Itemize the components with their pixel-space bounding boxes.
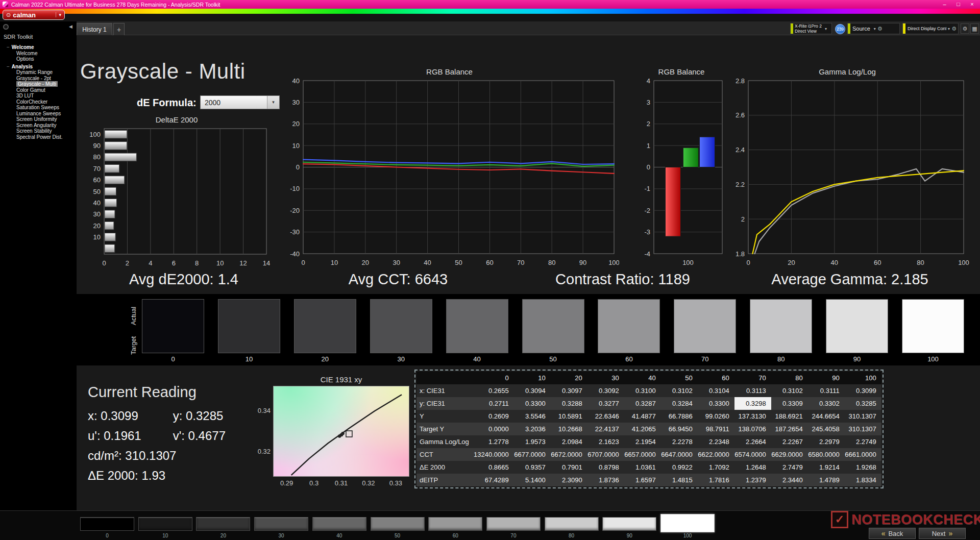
cell-x-cie31-90[interactable]: 0.3111 — [808, 384, 845, 397]
cell-cct-40[interactable]: 6657.0000 — [624, 448, 661, 461]
cell-gamma-log-log-60[interactable]: 2.2348 — [698, 435, 734, 448]
cell-y-80[interactable]: 188.6921 — [771, 410, 808, 423]
cell-deitp-80[interactable]: 2.3440 — [771, 474, 808, 486]
settings-gear-button[interactable]: ⚙ — [961, 23, 969, 34]
cell-target-y-80[interactable]: 187.2654 — [771, 423, 808, 435]
cell-e-2000-0[interactable]: 0.8665 — [474, 461, 514, 474]
cell-y-cie31-90[interactable]: 0.3302 — [808, 397, 845, 410]
cell-x-cie31-20[interactable]: 0.3097 — [551, 384, 587, 397]
sidebar-item-spectral-power-dist[interactable]: Spectral Power Dist. — [0, 134, 77, 140]
meter-dropdown[interactable]: X-Rite i1Pro 2 Direct View ▾ — [790, 23, 832, 34]
gear-icon[interactable]: ⚙ — [951, 26, 957, 32]
expander-icon[interactable]: − — [7, 44, 10, 50]
layout-grid-button[interactable]: ▦ — [970, 23, 979, 34]
cell-x-cie31-60[interactable]: 0.3104 — [698, 384, 734, 397]
cell-gamma-log-log-80[interactable]: 2.2267 — [771, 435, 808, 448]
cell-y-cie31-10[interactable]: 0.3300 — [514, 397, 551, 410]
cell-deitp-30[interactable]: 1.8736 — [587, 474, 624, 486]
cell-gamma-log-log-100[interactable]: 2.2749 — [845, 435, 881, 448]
level-patch-10[interactable] — [138, 517, 192, 531]
cell-e-2000-10[interactable]: 0.9357 — [514, 461, 551, 474]
cell-y-cie31-0[interactable]: 0.2711 — [474, 397, 514, 410]
sidebar-item-options[interactable]: Options — [0, 56, 77, 62]
cell-y-cie31-70[interactable]: 0.3298 — [734, 397, 771, 410]
cell-e-2000-40[interactable]: 1.0361 — [624, 461, 661, 474]
cell-y-cie31-30[interactable]: 0.3277 — [587, 397, 624, 410]
cell-x-cie31-0[interactable]: 0.2655 — [474, 384, 514, 397]
maximize-button[interactable]: □ — [951, 0, 965, 9]
cell-cct-60[interactable]: 6622.0000 — [698, 448, 734, 461]
cell-cct-90[interactable]: 6580.0000 — [808, 448, 845, 461]
level-patch-40[interactable] — [312, 517, 366, 531]
cell-y-90[interactable]: 244.6654 — [808, 410, 845, 423]
cell-x-cie31-100[interactable]: 0.3099 — [845, 384, 881, 397]
cell-e-2000-70[interactable]: 1.2648 — [734, 461, 771, 474]
sidebar-item-grayscale-2pt[interactable]: Grayscale - 2pt — [0, 76, 77, 82]
cell-deitp-60[interactable]: 1.7816 — [698, 474, 734, 486]
cell-gamma-log-log-30[interactable]: 2.1623 — [587, 435, 624, 448]
level-patch-80[interactable] — [545, 517, 599, 531]
expander-icon[interactable]: − — [7, 64, 10, 69]
de-formula-dropdown[interactable]: 2000 ▾ — [200, 95, 280, 109]
cell-e-2000-50[interactable]: 0.9922 — [661, 461, 698, 474]
cell-gamma-log-log-10[interactable]: 1.9573 — [514, 435, 551, 448]
level-patch-0[interactable] — [80, 517, 134, 531]
cell-x-cie31-70[interactable]: 0.3113 — [734, 384, 771, 397]
sidebar-item-3d-lut[interactable]: 3D LUT — [0, 93, 77, 99]
close-button[interactable]: × — [965, 0, 979, 9]
cell-cct-50[interactable]: 6647.0000 — [661, 448, 698, 461]
cell-e-2000-100[interactable]: 1.9268 — [845, 461, 881, 474]
cell-y-cie31-100[interactable]: 0.3285 — [845, 397, 881, 410]
cell-e-2000-80[interactable]: 2.7479 — [771, 461, 808, 474]
cell-y-10[interactable]: 3.5546 — [514, 410, 551, 423]
sidebar-item-saturation-sweeps[interactable]: Saturation Sweeps — [0, 105, 77, 111]
sidebar-item-screen-stability[interactable]: Screen Stability — [0, 128, 77, 134]
sidebar-item-color-gamut[interactable]: Color Gamut — [0, 87, 77, 93]
cell-x-cie31-10[interactable]: 0.3094 — [514, 384, 551, 397]
cell-gamma-log-log-40[interactable]: 2.1954 — [624, 435, 661, 448]
sidebar-item-screen-angularity[interactable]: Screen Angularity — [0, 122, 77, 129]
level-patch-20[interactable] — [196, 517, 250, 531]
cell-y-cie31-60[interactable]: 0.3300 — [698, 397, 734, 410]
back-button[interactable]: « Back — [869, 528, 916, 539]
level-patch-50[interactable] — [371, 517, 425, 531]
cell-target-y-100[interactable]: 310.1307 — [845, 423, 881, 435]
level-patch-70[interactable] — [486, 517, 541, 531]
window-titlebar[interactable]: Calman 2022 Calman Ultimate for Business… — [0, 0, 980, 9]
next-button[interactable]: Next » — [919, 528, 966, 539]
sidebar-item-luminance-sweeps[interactable]: Luminance Sweeps — [0, 111, 77, 117]
level-patch-90[interactable] — [602, 517, 656, 531]
cell-target-y-30[interactable]: 22.4137 — [587, 423, 624, 435]
cell-deitp-50[interactable]: 1.4815 — [661, 474, 698, 486]
sidebar-item-dynamic-range[interactable]: Dynamic Range — [0, 69, 77, 76]
cell-target-y-60[interactable]: 98.7911 — [698, 423, 734, 435]
cell-y-60[interactable]: 99.0260 — [698, 410, 734, 423]
cell-gamma-log-log-70[interactable]: 2.2664 — [734, 435, 771, 448]
cell-gamma-log-log-50[interactable]: 2.2278 — [661, 435, 698, 448]
cell-gamma-log-log-90[interactable]: 2.2979 — [808, 435, 845, 448]
cell-target-y-10[interactable]: 3.2036 — [514, 423, 551, 435]
cell-target-y-0[interactable]: 0.0000 — [474, 423, 514, 435]
cell-x-cie31-80[interactable]: 0.3102 — [771, 384, 808, 397]
cell-deitp-20[interactable]: 2.3090 — [551, 474, 587, 486]
sidebar-item-welcome[interactable]: Welcome — [0, 51, 77, 57]
cell-y-70[interactable]: 137.3130 — [734, 410, 771, 423]
cell-target-y-20[interactable]: 10.2668 — [551, 423, 587, 435]
cell-y-30[interactable]: 22.6346 — [587, 410, 624, 423]
cell-deitp-10[interactable]: 5.1400 — [514, 474, 551, 486]
cell-target-y-40[interactable]: 41.2065 — [624, 423, 661, 435]
cell-cct-0[interactable]: 13240.0000 — [474, 448, 514, 461]
gear-icon[interactable]: ⚙ — [877, 26, 883, 32]
cell-y-cie31-50[interactable]: 0.3284 — [661, 397, 698, 410]
collapse-sidebar-button[interactable]: ◀ — [69, 24, 72, 29]
cell-e-2000-90[interactable]: 1.9214 — [808, 461, 845, 474]
cell-y-cie31-40[interactable]: 0.3287 — [624, 397, 661, 410]
cell-e-2000-30[interactable]: 0.8798 — [587, 461, 624, 474]
display-control-dropdown[interactable]: Direct Display Control ▾ ⚙ — [902, 23, 959, 34]
cell-y-100[interactable]: 310.1307 — [845, 410, 881, 423]
source-dropdown[interactable]: Source ▾ ⚙ — [847, 23, 900, 34]
cell-cct-10[interactable]: 6677.0000 — [514, 448, 551, 461]
tab-history-1[interactable]: History 1 — [77, 23, 112, 35]
cell-deitp-40[interactable]: 1.6597 — [624, 474, 661, 486]
add-tab-button[interactable]: + — [113, 23, 125, 35]
